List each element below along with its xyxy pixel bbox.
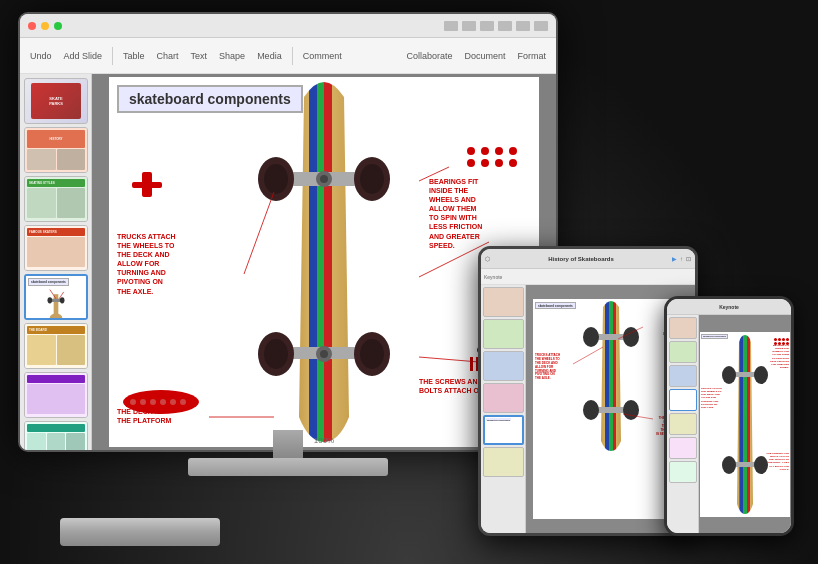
phone-thumb-2[interactable]	[669, 341, 697, 363]
slide-thumb-5[interactable]: skateboard components	[24, 274, 88, 320]
bearings-annotation: BEARINGS FIT INSIDE THEWHEELS ANDALLOW T…	[429, 177, 529, 250]
tablet-app-icon: ⬡	[485, 255, 490, 262]
svg-point-52	[722, 456, 736, 474]
svg-point-44	[623, 400, 639, 420]
truck-icon	[127, 167, 167, 211]
phone-bearing-dots	[774, 338, 789, 345]
slide-thumb-1[interactable]: SKATEPARKS	[24, 78, 88, 124]
svg-rect-51	[733, 462, 757, 467]
phone-screws-text: THE SCREWS ANDBOLTS ATTACHTHE TRUCKS TOT…	[766, 452, 789, 472]
monitor: Undo Add Slide Table Chart Text Shape Me…	[18, 12, 558, 502]
phone-slide-panel	[667, 315, 699, 533]
document-button[interactable]: Document	[460, 49, 509, 63]
svg-point-49	[722, 366, 736, 384]
table-button[interactable]: Table	[119, 49, 149, 63]
phone-device: Keynote skateboard components	[664, 296, 794, 536]
tablet-thumb-3[interactable]	[483, 351, 524, 381]
tablet-skateboard	[571, 299, 651, 454]
deck-shape	[121, 387, 201, 421]
svg-point-41	[623, 327, 639, 347]
slide-thumb-2[interactable]: HISTORY	[24, 127, 88, 173]
top-icon-4	[498, 21, 512, 31]
phone-thumb-6[interactable]	[669, 437, 697, 459]
zoom-label: 100%	[314, 436, 334, 445]
undo-button[interactable]: Undo	[26, 49, 56, 63]
tablet-thumb-6[interactable]	[483, 447, 524, 477]
tablet-grid-btn[interactable]: ⊡	[686, 255, 691, 262]
monitor-screen: Undo Add Slide Table Chart Text Shape Me…	[18, 12, 558, 452]
tablet-thumb-1[interactable]	[483, 287, 524, 317]
tablet-thumb-4[interactable]	[483, 383, 524, 413]
phone-thumb-4-active[interactable]	[669, 389, 697, 411]
svg-point-29	[140, 399, 146, 405]
svg-point-50	[754, 366, 768, 384]
slide-panel: SKATEPARKS HISTORY	[20, 74, 92, 450]
svg-rect-42	[595, 407, 627, 413]
slide-thumb-8[interactable]	[24, 421, 88, 450]
svg-point-20	[360, 339, 384, 369]
slide-canvas: skateboard components	[109, 77, 539, 447]
phone-thumb-1[interactable]	[669, 317, 697, 339]
bearings-dots	[467, 147, 519, 167]
svg-point-32	[170, 399, 176, 405]
svg-point-28	[130, 399, 136, 405]
collaborate-button[interactable]: Collaborate	[402, 49, 456, 63]
tablet-thumb-5-active[interactable]: skateboard components	[483, 415, 524, 445]
tablet-play-btn[interactable]: ▶	[672, 255, 677, 262]
top-icon-6	[534, 21, 548, 31]
slide-thumb-6[interactable]: THE BOARD	[24, 323, 88, 369]
slide-thumb-7[interactable]	[24, 372, 88, 418]
truck-annotation: TRUCKS ATTACH THE WHEELS TOTHE DECK ANDA…	[117, 232, 207, 296]
slide-title: skateboard components	[117, 85, 303, 113]
toolbar-sep-2	[292, 47, 293, 65]
svg-point-30	[150, 399, 156, 405]
tablet-slide-panel: skateboard components	[481, 285, 526, 533]
svg-point-22	[320, 175, 328, 183]
minimize-button[interactable]	[41, 22, 49, 30]
phone-bearings-text: BEARING FITINSIDE THEWHEELS ANDALLOW THE…	[770, 344, 789, 370]
slide-thumb-3[interactable]: SKATING STYLES	[24, 176, 88, 222]
toolbar-sep-1	[112, 47, 113, 65]
phone-title: Keynote	[671, 304, 787, 310]
shape-button[interactable]: Shape	[215, 49, 249, 63]
top-bar	[20, 14, 556, 38]
svg-point-43	[583, 400, 599, 420]
maximize-button[interactable]	[54, 22, 62, 30]
media-button[interactable]: Media	[253, 49, 286, 63]
comment-button[interactable]: Comment	[299, 49, 346, 63]
phone-main: skateboard components	[667, 315, 791, 533]
text-button[interactable]: Text	[187, 49, 212, 63]
mac-mini	[60, 518, 220, 546]
top-icon-5	[516, 21, 530, 31]
phone-canvas: skateboard components	[699, 315, 791, 533]
phone-slide: skateboard components	[700, 332, 790, 517]
svg-point-18	[264, 339, 288, 369]
top-bar-icons	[444, 21, 548, 31]
toolbar: Undo Add Slide Table Chart Text Shape Me…	[20, 38, 556, 74]
svg-point-40	[583, 327, 599, 347]
phone-screen: Keynote skateboard components	[667, 299, 791, 533]
phone-thumb-5[interactable]	[669, 413, 697, 435]
tablet-title: History of Skateboards	[493, 256, 669, 262]
tablet-thumb-2[interactable]	[483, 319, 524, 349]
phone-thumb-7[interactable]	[669, 461, 697, 483]
tablet-share-btn[interactable]: ↑	[680, 256, 683, 262]
format-button[interactable]: Format	[513, 49, 550, 63]
screen-content: Undo Add Slide Table Chart Text Shape Me…	[20, 14, 556, 450]
slide-thumb-4[interactable]: FAMOUS SKATERS	[24, 225, 88, 271]
top-icon-3	[480, 21, 494, 31]
svg-rect-26	[142, 172, 152, 197]
tablet-toolbar: Keynote	[481, 269, 695, 285]
svg-rect-1	[54, 294, 59, 317]
top-icon-1	[444, 21, 458, 31]
tablet-topbar: ⬡ History of Skateboards ▶ ↑ ⊡	[481, 249, 695, 269]
svg-point-13	[360, 164, 384, 194]
tablet-main: skateboard components skateboard compone…	[481, 285, 695, 533]
chart-button[interactable]: Chart	[153, 49, 183, 63]
tablet-truck-text: TRUCKS ATTACHTHE WHEELS TOTHE DECK ANDAL…	[535, 354, 560, 381]
close-button[interactable]	[28, 22, 36, 30]
skateboard-graphic	[224, 77, 424, 447]
monitor-neck	[273, 430, 303, 458]
phone-thumb-3[interactable]	[669, 365, 697, 387]
add-slide-button[interactable]: Add Slide	[60, 49, 107, 63]
